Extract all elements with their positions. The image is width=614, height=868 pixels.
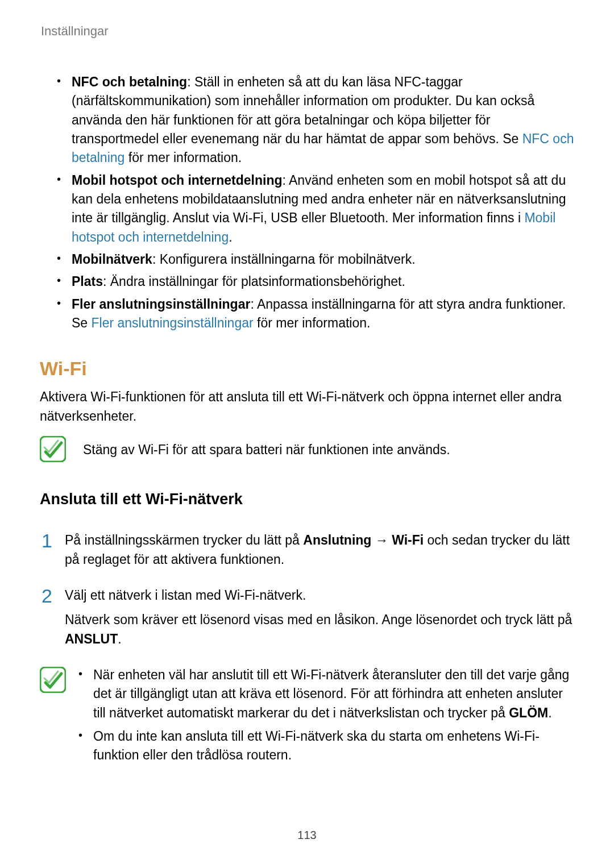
step-text: Välj ett nätverk i listan med Wi-Fi-nätv…: [65, 586, 574, 605]
note-text: .: [548, 705, 551, 720]
bullet-nfc: NFC och betalning: Ställ in enheten så a…: [57, 73, 574, 168]
note-icon: [40, 667, 66, 693]
step-body: Välj ett nätverk i listan med Wi-Fi-nätv…: [65, 586, 574, 654]
bullet-bold: NFC och betalning: [72, 74, 187, 89]
step-2: 2 Välj ett nätverk i listan med Wi-Fi-nä…: [40, 586, 574, 654]
page-header: Inställningar: [41, 24, 574, 39]
bullet-text: : Ändra inställningar för platsinformati…: [103, 274, 405, 289]
heading-wifi: Wi-Fi: [40, 358, 574, 380]
note-list: När enheten väl har anslutit till ett Wi…: [78, 666, 574, 770]
bullet-bold: Fler anslutningsinställningar: [72, 297, 250, 312]
wifi-intro: Aktivera Wi-Fi-funktionen för att anslut…: [40, 388, 574, 426]
arrow-icon: →: [371, 533, 392, 547]
step-number: 1: [40, 531, 52, 550]
step-text: .: [118, 632, 121, 646]
note-wifi-tips: När enheten väl har anslutit till ett Wi…: [40, 666, 574, 770]
link-more-connections[interactable]: Fler anslutningsinställningar: [92, 315, 254, 330]
bullet-bold: Mobilnätverk: [72, 252, 152, 267]
note-list-item: Om du inte kan ansluta till ett Wi-Fi-nä…: [78, 727, 574, 765]
note-text: När enheten väl har anslutit till ett Wi…: [93, 667, 569, 720]
feature-bullet-list: NFC och betalning: Ställ in enheten så a…: [40, 73, 574, 333]
bullet-bold: Mobil hotspot och internetdelning: [72, 173, 283, 188]
bullet-location: Plats: Ändra inställningar för platsinfo…: [57, 272, 574, 291]
note-list-item: När enheten väl har anslutit till ett Wi…: [78, 666, 574, 722]
bullet-bold: Plats: [72, 274, 103, 289]
step-body: På inställningsskärmen trycker du lätt p…: [65, 531, 574, 575]
bullet-more-connections: Fler anslutningsinställningar: Anpassa i…: [57, 295, 574, 333]
step-bold: ANSLUT: [65, 632, 118, 646]
step-1: 1 På inställningsskärmen trycker du lätt…: [40, 531, 574, 575]
bullet-text: .: [229, 230, 232, 244]
note-bold: GLÖM: [509, 705, 548, 720]
bullet-mobile-network: Mobilnätverk: Konfigurera inställningarn…: [57, 250, 574, 269]
step-text: Nätverk som kräver ett lösenord visas me…: [65, 612, 572, 627]
note-icon: [40, 436, 66, 462]
bullet-text: : Konfigurera inställningarna för mobiln…: [152, 252, 416, 267]
bullet-text: för mer information.: [125, 150, 242, 165]
bullet-text: för mer information.: [254, 315, 371, 330]
svg-rect-1: [40, 667, 65, 692]
svg-rect-0: [40, 437, 65, 462]
subheading-connect: Ansluta till ett Wi-Fi-nätverk: [40, 491, 574, 508]
bullet-hotspot: Mobil hotspot och internetdelning: Använ…: [57, 171, 574, 247]
step-number: 2: [40, 586, 52, 605]
step-bold: Wi-Fi: [392, 533, 424, 547]
note-battery: Stäng av Wi-Fi för att spara batteri när…: [40, 436, 574, 462]
page-number: 113: [0, 829, 614, 842]
step-text: På inställningsskärmen trycker du lätt p…: [65, 533, 303, 547]
step-bold: Anslutning: [303, 533, 371, 547]
note-text: Stäng av Wi-Fi för att spara batteri när…: [83, 436, 450, 459]
